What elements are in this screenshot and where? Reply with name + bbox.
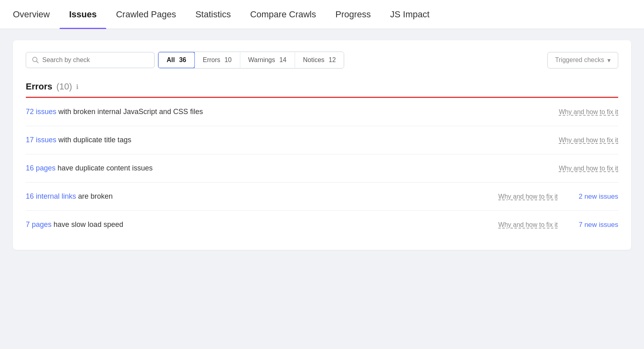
why-fix-link-2[interactable]: Why and how to fix it	[559, 137, 618, 144]
filter-bar: All 36 Errors 10 Warnings 14 Notices 12 …	[26, 52, 618, 69]
svg-line-1	[37, 61, 39, 63]
issue-row-1: 72 issues with broken internal JavaScrip…	[26, 98, 618, 126]
why-fix-link-1[interactable]: Why and how to fix it	[559, 108, 618, 116]
why-fix-link-5[interactable]: Why and how to fix it	[498, 221, 558, 229]
issue-row-4: 16 internal links are broken Why and how…	[26, 183, 618, 211]
new-issues-badge-5: 7 new issues	[563, 221, 618, 229]
issues-card: All 36 Errors 10 Warnings 14 Notices 12 …	[13, 40, 631, 250]
issues-list: 72 issues with broken internal JavaScrip…	[26, 98, 618, 239]
errors-title: Errors	[26, 81, 52, 92]
nav-item-overview[interactable]: Overview	[13, 0, 60, 29]
nav-item-crawled-pages[interactable]: Crawled Pages	[106, 0, 186, 29]
search-input[interactable]	[42, 56, 149, 64]
why-fix-link-4[interactable]: Why and how to fix it	[498, 193, 558, 200]
why-fix-link-3[interactable]: Why and how to fix it	[559, 165, 618, 172]
issue-text-5: 7 pages have slow load speed	[26, 220, 487, 229]
info-icon[interactable]: ℹ	[76, 83, 78, 91]
issue-link-1[interactable]: 72 issues	[26, 108, 56, 116]
filter-tabs: All 36 Errors 10 Warnings 14 Notices 12	[158, 52, 344, 69]
issue-row-5: 7 pages have slow load speed Why and how…	[26, 211, 618, 239]
nav-item-progress[interactable]: Progress	[326, 0, 380, 29]
nav-item-compare-crawls[interactable]: Compare Crawls	[240, 0, 326, 29]
issue-row-3: 16 pages have duplicate content issues W…	[26, 154, 618, 183]
errors-section-header: Errors (10) ℹ	[26, 81, 618, 92]
search-icon	[32, 56, 39, 64]
filter-tab-notices[interactable]: Notices 12	[295, 52, 344, 68]
nav-item-js-impact[interactable]: JS Impact	[380, 0, 439, 29]
nav-item-statistics[interactable]: Statistics	[186, 0, 240, 29]
main-content: All 36 Errors 10 Warnings 14 Notices 12 …	[0, 29, 644, 261]
issue-link-5[interactable]: 7 pages	[26, 220, 52, 229]
filter-tab-warnings[interactable]: Warnings 14	[240, 52, 295, 68]
issue-row-2: 17 issues with duplicate title tags Why …	[26, 126, 618, 154]
triggered-checks-dropdown[interactable]: Triggered checks ▾	[547, 52, 618, 69]
issue-text-1: 72 issues with broken internal JavaScrip…	[26, 108, 547, 116]
new-issues-badge-4: 2 new issues	[563, 193, 618, 201]
issue-link-4[interactable]: 16 internal links	[26, 192, 76, 200]
issue-text-3: 16 pages have duplicate content issues	[26, 164, 547, 172]
chevron-down-icon: ▾	[607, 56, 611, 64]
search-box[interactable]	[26, 52, 155, 68]
filter-tab-errors[interactable]: Errors 10	[195, 52, 240, 68]
issue-text-4: 16 internal links are broken	[26, 192, 487, 201]
issue-link-3[interactable]: 16 pages	[26, 164, 56, 172]
issue-text-2: 17 issues with duplicate title tags	[26, 136, 547, 144]
errors-count: (10)	[56, 81, 72, 92]
nav-item-issues[interactable]: Issues	[60, 0, 107, 29]
issue-link-2[interactable]: 17 issues	[26, 136, 56, 144]
filter-tab-all[interactable]: All 36	[158, 52, 195, 69]
top-navigation: Overview Issues Crawled Pages Statistics…	[0, 0, 644, 29]
